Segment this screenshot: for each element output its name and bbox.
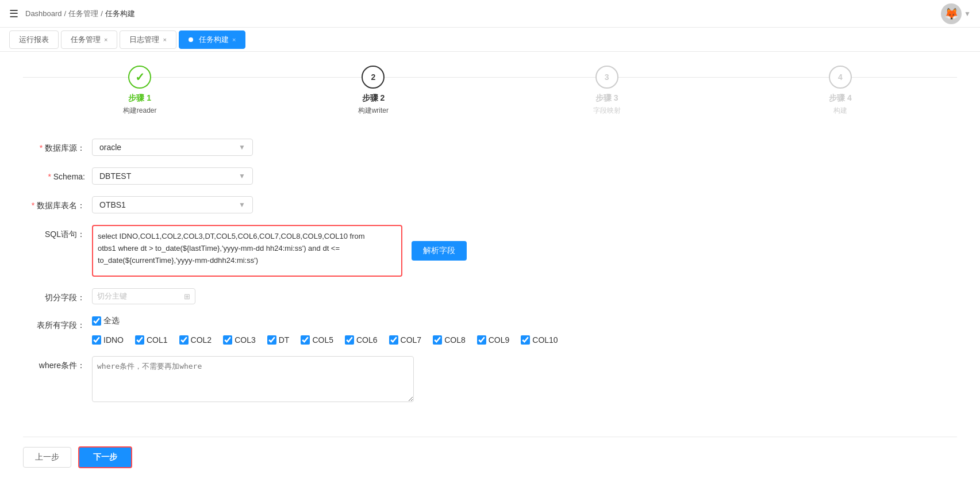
schema-arrow-icon: ▼	[239, 172, 245, 180]
step-1-circle: ✓	[128, 66, 151, 89]
field-checkbox-dt[interactable]	[267, 335, 276, 345]
schema-label: Schema:	[23, 167, 92, 181]
prev-button[interactable]: 上一步	[23, 447, 71, 468]
field-checkbox-col1[interactable]	[135, 335, 144, 345]
field-label-col9: COL9	[489, 335, 510, 345]
tab-active-dot	[189, 37, 193, 42]
where-label: where条件：	[23, 356, 92, 371]
field-checkbox-item-col7: COL7	[389, 335, 422, 345]
step-2-circle: 2	[362, 66, 385, 89]
field-checkbox-item-col8: COL8	[433, 335, 466, 345]
sql-textarea-box[interactable]: select IDNO,COL1,COL2,COL3,DT,COL5,COL6,…	[92, 225, 402, 277]
field-checkbox-item-col10: COL10	[521, 335, 558, 345]
tab-task-mgmt-close[interactable]: ×	[104, 36, 107, 43]
field-label-col5: COL5	[312, 335, 333, 345]
split-field-label: 切分字段：	[23, 288, 92, 303]
select-all-area: 全选	[92, 316, 957, 326]
step-3: 3 步骤 3 字段映射	[490, 66, 724, 116]
db-source-arrow-icon: ▼	[239, 143, 245, 151]
table-name-select[interactable]: OTBS1 ▼	[92, 196, 253, 213]
breadcrumb-task-mgmt[interactable]: 任务管理	[68, 9, 98, 19]
step-2-sublabel: 构建writer	[358, 106, 389, 116]
avatar[interactable]: 🦊	[941, 3, 962, 24]
form-row-table-name: 数据库表名： OTBS1 ▼	[23, 196, 957, 213]
top-nav: ☰ Dashboard / 任务管理 / 任务构建 🦊 ▼	[0, 0, 980, 28]
field-label-col3: COL3	[235, 335, 256, 345]
tab-log-mgmt-label: 日志管理	[129, 35, 159, 45]
tab-run-report-label: 运行报表	[19, 35, 49, 45]
select-all-checkbox[interactable]	[92, 316, 101, 326]
fields-row: IDNOCOL1COL2COL3DTCOL5COL6COL7COL8COL9CO…	[92, 335, 957, 345]
tab-task-build-close[interactable]: ×	[232, 36, 236, 43]
field-checkbox-item-col9: COL9	[477, 335, 510, 345]
menu-icon[interactable]: ☰	[9, 7, 18, 20]
field-checkbox-col10[interactable]	[521, 335, 530, 345]
field-checkbox-item-col2: COL2	[179, 335, 212, 345]
sql-parse-button[interactable]: 解析字段	[412, 241, 467, 261]
tab-task-mgmt-label: 任务管理	[71, 35, 101, 45]
tab-run-report[interactable]: 运行报表	[9, 30, 59, 49]
sql-text[interactable]: select IDNO,COL1,COL2,COL3,DT,COL5,COL6,…	[98, 231, 397, 266]
step-1: ✓ 步骤 1 构建reader	[23, 66, 256, 116]
schema-select[interactable]: DBTEST ▼	[92, 167, 253, 185]
tab-task-build[interactable]: 任务构建 ×	[179, 30, 245, 49]
field-checkbox-col9[interactable]	[477, 335, 486, 345]
next-button[interactable]: 下一步	[78, 446, 132, 468]
db-source-select[interactable]: oracle ▼	[92, 139, 253, 156]
breadcrumb-sep2: /	[101, 9, 103, 18]
field-label-col10: COL10	[532, 335, 558, 345]
field-checkbox-item-idno: IDNO	[92, 335, 124, 345]
tab-log-mgmt-close[interactable]: ×	[163, 36, 166, 43]
split-field-input[interactable]: 切分主键 ⊞	[92, 288, 195, 304]
step-4-sublabel: 构建	[833, 106, 847, 116]
tab-log-mgmt[interactable]: 日志管理 ×	[120, 30, 176, 49]
breadcrumb-dashboard[interactable]: Dashboard	[25, 9, 62, 18]
step-3-label: 步骤 3	[595, 93, 618, 104]
step-4-circle: 4	[829, 66, 852, 89]
field-checkbox-col7[interactable]	[389, 335, 398, 345]
form-row-schema: Schema: DBTEST ▼	[23, 167, 957, 185]
sql-label: SQL语句：	[23, 225, 92, 240]
db-source-control: oracle ▼	[92, 139, 253, 156]
step-1-sublabel: 构建reader	[123, 106, 157, 116]
field-checkbox-col3[interactable]	[223, 335, 232, 345]
breadcrumb: Dashboard / 任务管理 / 任务构建	[25, 9, 135, 19]
stepper: ✓ 步骤 1 构建reader 2 步骤 2 构建writer 3 步骤 3 字…	[23, 66, 957, 116]
avatar-area: 🦊 ▼	[941, 3, 971, 24]
field-label-col7: COL7	[401, 335, 422, 345]
field-checkbox-col6[interactable]	[345, 335, 354, 345]
split-field-icon: ⊞	[184, 292, 190, 301]
form-row-db-source: 数据库源： oracle ▼	[23, 139, 957, 156]
field-checkbox-col5[interactable]	[301, 335, 310, 345]
step-3-circle: 3	[595, 66, 618, 89]
where-textarea[interactable]	[92, 356, 414, 402]
split-field-placeholder: 切分主键	[97, 291, 127, 301]
avatar-dropdown-icon[interactable]: ▼	[964, 10, 971, 18]
table-name-label: 数据库表名：	[23, 196, 92, 211]
select-all-checkbox-item: 全选	[92, 316, 120, 326]
field-checkbox-col8[interactable]	[433, 335, 442, 345]
field-checkbox-item-col3: COL3	[223, 335, 256, 345]
table-name-control: OTBS1 ▼	[92, 196, 253, 213]
breadcrumb-sep1: /	[64, 9, 67, 18]
tab-task-mgmt[interactable]: 任务管理 ×	[61, 30, 117, 49]
table-name-value: OTBS1	[99, 200, 126, 209]
field-checkbox-item-col1: COL1	[135, 335, 168, 345]
field-checkbox-col2[interactable]	[179, 335, 189, 345]
db-source-value: oracle	[99, 143, 121, 152]
field-label-dt: DT	[279, 335, 290, 345]
field-label-col2: COL2	[191, 335, 212, 345]
field-label-col6: COL6	[356, 335, 378, 345]
form-row-where: where条件：	[23, 356, 957, 402]
schema-control: DBTEST ▼	[92, 167, 253, 185]
main-content: ✓ 步骤 1 构建reader 2 步骤 2 构建writer 3 步骤 3 字…	[0, 52, 980, 497]
step-2: 2 步骤 2 构建writer	[256, 66, 490, 116]
sql-area-wrapper: select IDNO,COL1,COL2,COL3,DT,COL5,COL6,…	[92, 225, 957, 277]
field-checkbox-idno[interactable]	[92, 335, 101, 345]
bottom-bar: 上一步 下一步	[23, 437, 957, 477]
form-row-sql: SQL语句： select IDNO,COL1,COL2,COL3,DT,COL…	[23, 225, 957, 277]
step-1-label: 步骤 1	[128, 93, 151, 104]
form-section: 数据库源： oracle ▼ Schema: DBTEST ▼ 数据库表名：	[23, 139, 957, 425]
table-name-arrow-icon: ▼	[239, 201, 245, 209]
db-source-label: 数据库源：	[23, 139, 92, 154]
